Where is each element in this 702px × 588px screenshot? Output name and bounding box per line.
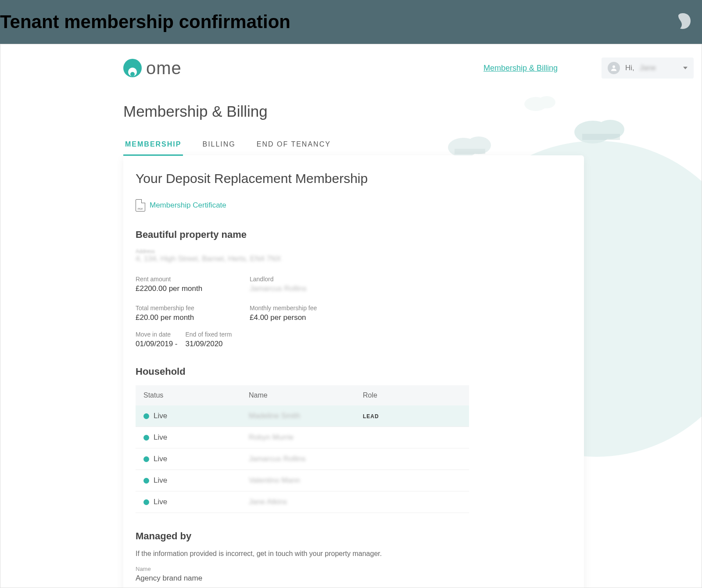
outer-title: Tenant membership confirmation (0, 13, 290, 31)
leaf-icon (672, 11, 693, 33)
status-cell: Live (143, 433, 249, 442)
managed-name-value: Agency brand name (136, 574, 572, 583)
table-row: LiveRobyn Murrie (136, 427, 469, 448)
col-name: Name (249, 391, 363, 399)
membership-card: Your Deposit Replacement Membership Memb… (123, 155, 584, 588)
landlord-value: Jamarcus Rollins (250, 284, 364, 293)
landlord-label: Landlord (250, 276, 364, 283)
status-cell: Live (143, 498, 249, 506)
managed-name-label: Name (136, 566, 572, 572)
svg-point-8 (612, 65, 615, 68)
table-header: Status Name Role (136, 385, 469, 405)
household-table: Status Name Role LiveMadeline SmithLEADL… (136, 385, 469, 513)
status-text: Live (154, 455, 167, 463)
chevron-down-icon (683, 67, 688, 69)
status-dot-icon (143, 478, 149, 484)
rent-value: £2200.00 per month (136, 284, 250, 293)
table-row: LiveMadeline SmithLEAD (136, 405, 469, 427)
status-text: Live (154, 433, 167, 442)
status-text: Live (154, 476, 167, 485)
table-row: LiveValentino Mann (136, 470, 469, 491)
member-name: Robyn Murrie (249, 433, 363, 442)
rent-label: Rent amount (136, 276, 250, 283)
member-name: Valentino Mann (249, 476, 363, 485)
membership-heading: Your Deposit Replacement Membership (136, 171, 572, 186)
status-text: Live (154, 412, 167, 420)
member-name: Jane Atkins (249, 498, 363, 506)
user-menu-dropdown[interactable]: Hi, Jane (602, 57, 694, 79)
table-row: LiveJamarcus Rollins (136, 448, 469, 470)
household-heading: Household (136, 366, 572, 377)
topbar: ome Membership & Billing Hi, Jane (123, 57, 694, 79)
status-text: Live (154, 498, 167, 506)
member-role: LEAD (363, 412, 461, 420)
outer-header: Tenant membership confirmation (0, 0, 702, 44)
tab-end-of-tenancy[interactable]: END OF TENANCY (255, 138, 333, 156)
address-label: Address (136, 248, 572, 255)
status-dot-icon (143, 435, 149, 441)
tabs: MEMBERSHIP BILLING END OF TENANCY (123, 138, 694, 156)
nav-membership-billing-link[interactable]: Membership & Billing (484, 64, 558, 73)
end-term-label: End of fixed term (185, 331, 232, 338)
end-term-value: 31/09/2020 (185, 340, 232, 348)
total-fee-label: Total membership fee (136, 305, 250, 312)
certificate-link-text: Membership Certificate (150, 201, 226, 210)
status-cell: Live (143, 455, 249, 463)
logo-mark-icon (123, 59, 142, 77)
avatar-icon (608, 62, 620, 74)
user-greeting: Hi, (625, 64, 634, 72)
status-dot-icon (143, 413, 149, 419)
app-frame: ome Membership & Billing Hi, Jane Member… (0, 44, 702, 588)
monthly-fee-value: £4.00 per person (250, 313, 364, 322)
user-name: Jane (640, 64, 656, 72)
col-role: Role (363, 391, 461, 399)
property-name: Beautiful property name (136, 229, 572, 240)
move-in-value: 01/09/2019 - (136, 340, 177, 348)
status-cell: Live (143, 412, 249, 420)
status-dot-icon (143, 499, 149, 505)
col-status: Status (143, 391, 249, 399)
tab-billing[interactable]: BILLING (201, 138, 237, 156)
status-dot-icon (143, 456, 149, 462)
monthly-fee-label: Monthly membership fee (250, 305, 364, 312)
member-name: Madeline Smith (249, 412, 363, 420)
membership-certificate-link[interactable]: Membership Certificate (136, 199, 572, 212)
pdf-icon (136, 199, 145, 212)
address-value: 4, 134, High Street, Barnet, Herts, EN4 … (136, 255, 572, 263)
status-cell: Live (143, 476, 249, 485)
tab-membership[interactable]: MEMBERSHIP (123, 138, 183, 156)
table-row: LiveJane Atkins (136, 491, 469, 513)
page-title: Membership & Billing (123, 103, 694, 120)
total-fee-value: £20.00 per month (136, 313, 250, 322)
managed-heading: Managed by (136, 531, 572, 542)
move-in-label: Move in date (136, 331, 177, 338)
brand-name: ome (146, 58, 182, 78)
brand-logo[interactable]: ome (123, 58, 182, 78)
member-name: Jamarcus Rollins (249, 455, 363, 463)
managed-note: If the information provided is incorrect… (136, 550, 572, 558)
